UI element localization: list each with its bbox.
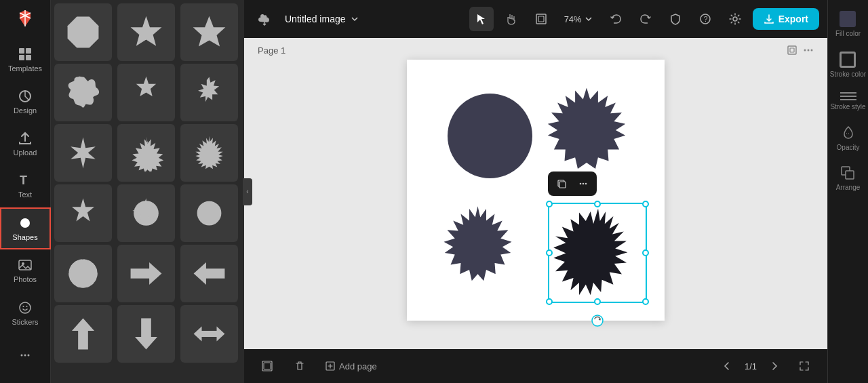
select-tool-button[interactable] (469, 7, 494, 31)
svg-marker-18 (68, 17, 99, 48)
canvas-wrapper: Page 1 (244, 38, 827, 383)
svg-point-15 (21, 354, 23, 356)
app-logo (12, 5, 39, 31)
settings-button[interactable] (723, 7, 747, 31)
svg-marker-22 (132, 137, 163, 172)
svg-rect-6 (26, 55, 31, 60)
stickers-icon (18, 300, 33, 315)
arrange-item[interactable]: Arrange (836, 165, 861, 191)
shape-arrow-both[interactable] (180, 305, 238, 363)
svg-point-38 (804, 49, 806, 52)
svg-point-13 (23, 306, 24, 307)
float-copy-button[interactable] (552, 174, 571, 193)
sidebar-item-upload[interactable]: Upload (0, 123, 51, 165)
shape-starburst-canvas[interactable] (435, 202, 520, 287)
svg-point-17 (28, 354, 30, 356)
stroke-style-item[interactable]: Stroke style (830, 92, 865, 111)
frame-tool-button[interactable] (529, 7, 553, 31)
sidebar-item-shapes[interactable]: Shapes (0, 207, 51, 249)
save-button[interactable] (252, 7, 277, 31)
delete-page-button[interactable] (288, 354, 312, 378)
svg-rect-48 (264, 363, 271, 369)
export-icon (764, 14, 774, 24)
prev-page-button[interactable] (715, 354, 739, 378)
shape-star5[interactable] (180, 3, 238, 61)
shape-circle[interactable] (54, 245, 112, 302)
shape-arrow-up[interactable] (54, 305, 112, 363)
shape-star6[interactable] (117, 3, 175, 61)
float-toolbar (548, 172, 597, 196)
fill-color-item[interactable]: Fill color (835, 11, 861, 38)
shape-spiky16[interactable] (180, 124, 238, 182)
shape-rounded-star6[interactable] (54, 64, 112, 121)
svg-marker-19 (131, 16, 162, 46)
photos-icon (18, 258, 33, 273)
shapes-icon (18, 216, 33, 230)
svg-rect-36 (788, 46, 796, 54)
svg-point-39 (808, 49, 810, 52)
main-area: Untitled image (244, 0, 827, 383)
zoom-button[interactable]: 74% (559, 12, 598, 27)
page-indicator: 1/1 (745, 361, 757, 371)
shapes-panel (51, 0, 244, 383)
svg-point-16 (24, 354, 26, 356)
sidebar-item-photos[interactable]: Photos (0, 249, 51, 291)
page-thumb-button[interactable] (255, 354, 279, 378)
expand-button[interactable] (792, 354, 816, 378)
svg-point-12 (20, 302, 31, 313)
shape-badge-canvas[interactable] (542, 83, 631, 172)
svg-rect-37 (790, 48, 794, 52)
svg-point-14 (26, 306, 28, 307)
shape-spiky12[interactable] (117, 124, 175, 182)
hand-tool-button[interactable] (499, 7, 524, 31)
design-icon (18, 89, 33, 104)
shape-octagon[interactable] (54, 3, 112, 61)
help-button[interactable]: ? (693, 7, 717, 31)
stroke-color-item[interactable]: Stroke color (830, 52, 866, 79)
page-header: Page 1 (244, 38, 827, 60)
text-icon: T (18, 173, 33, 188)
redo-button[interactable] (633, 7, 658, 31)
shape-star-outline[interactable] (54, 184, 112, 242)
topbar-tools: 74% (469, 7, 819, 31)
svg-point-9 (20, 218, 30, 228)
shape-arrow-right[interactable] (117, 245, 175, 302)
templates-icon (18, 47, 33, 62)
sidebar-item-stickers[interactable]: Stickers (0, 291, 51, 334)
svg-marker-20 (193, 16, 226, 47)
collapse-handle[interactable]: ‹ (243, 178, 252, 205)
opacity-item[interactable]: Opacity (837, 125, 860, 151)
page-more-icon (803, 45, 814, 56)
shape-burst[interactable] (117, 184, 175, 242)
svg-text:?: ? (703, 15, 707, 23)
right-panel: Fill color Stroke color Stroke style Opa… (827, 0, 868, 383)
svg-marker-21 (71, 138, 96, 169)
float-more-button[interactable] (574, 174, 593, 193)
shape-selected-canvas[interactable] (551, 207, 646, 302)
add-page-button[interactable]: Add page (320, 354, 382, 378)
canvas[interactable] (407, 60, 665, 321)
opacity-icon (840, 125, 856, 141)
shape-rounded-star12[interactable] (180, 64, 238, 121)
shape-spiky8[interactable] (54, 124, 112, 182)
shape-gear[interactable] (180, 184, 238, 242)
stroke-style-icon (840, 92, 856, 100)
undo-button[interactable] (604, 7, 628, 31)
shape-arrow-down[interactable] (117, 305, 175, 363)
page-navigation: 1/1 (715, 354, 816, 378)
shape-arrow-left[interactable] (180, 245, 238, 302)
svg-point-40 (811, 49, 813, 52)
sidebar-item-more[interactable] (0, 334, 51, 376)
document-title[interactable]: Untitled image (285, 14, 359, 24)
shape-circle-canvas[interactable] (448, 94, 532, 178)
shield-button[interactable] (663, 7, 688, 31)
page-header-icons[interactable] (787, 45, 814, 56)
sidebar-item-templates[interactable]: Templates (0, 38, 51, 80)
next-page-button[interactable] (762, 354, 787, 378)
svg-rect-32 (538, 16, 544, 22)
sidebar-item-design[interactable]: Design (0, 81, 51, 123)
shape-rounded-star8[interactable] (117, 64, 175, 121)
svg-point-44 (580, 183, 582, 185)
export-button[interactable]: Export (753, 8, 819, 30)
sidebar-item-text[interactable]: T Text (0, 165, 51, 207)
